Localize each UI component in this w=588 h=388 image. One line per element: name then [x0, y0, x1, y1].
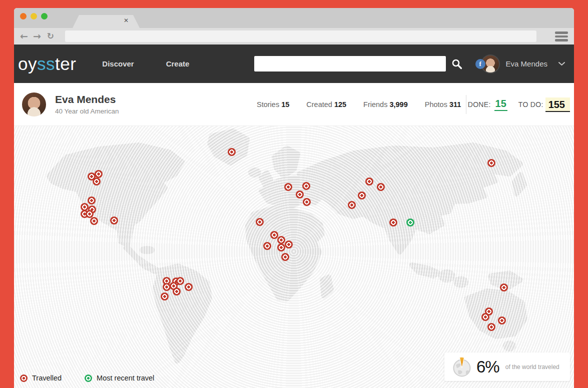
world-travel-map[interactable]: Travelled Most recent travel: [14, 126, 574, 388]
browser-window: ✕ ← → ↻ oysster Discover Create f Eva Me…: [14, 8, 574, 388]
map-marker-travelled[interactable]: [284, 183, 292, 191]
map-marker-travelled[interactable]: [173, 288, 181, 296]
todo-label: TO DO:: [518, 100, 543, 108]
todo-count[interactable]: 155: [545, 98, 570, 112]
app-navbar: oysster Discover Create f Eva Mendes: [14, 44, 574, 83]
world-traveled-percent: 6%: [476, 358, 499, 376]
map-marker-travelled[interactable]: [110, 216, 118, 224]
world-traveled-caption: of the world traveled: [505, 364, 559, 370]
travelled-marker-icon: [20, 374, 28, 382]
map-marker-travelled[interactable]: [176, 277, 184, 285]
stat-friends[interactable]: Friends3,999: [363, 100, 408, 108]
tab-close-icon[interactable]: ✕: [124, 17, 129, 24]
globe-slice-icon: [451, 356, 472, 378]
divider: [466, 95, 466, 114]
map-marker-travelled[interactable]: [389, 218, 397, 226]
map-marker-travelled[interactable]: [93, 178, 101, 186]
map-marker-travelled[interactable]: [263, 242, 271, 250]
legend-label: Travelled: [32, 374, 62, 382]
map-marker-travelled[interactable]: [302, 182, 310, 190]
map-marker-travelled[interactable]: [348, 201, 356, 209]
chevron-down-icon[interactable]: [558, 62, 565, 66]
window-controls: [20, 13, 48, 20]
map-marker-travelled[interactable]: [285, 240, 293, 248]
browser-tab[interactable]: ✕: [73, 15, 140, 28]
done-count[interactable]: 15: [494, 98, 507, 111]
profile-subtitle: 40 Year old American: [55, 108, 119, 115]
map-marker-travelled[interactable]: [90, 217, 98, 225]
map-marker-travelled[interactable]: [500, 284, 508, 292]
reload-button[interactable]: ↻: [47, 32, 54, 40]
map-marker-travelled[interactable]: [296, 190, 304, 198]
forward-button[interactable]: →: [33, 32, 41, 41]
map-marker-travelled[interactable]: [95, 170, 103, 178]
address-bar[interactable]: [65, 30, 536, 42]
map-marker-travelled[interactable]: [185, 283, 193, 291]
map-marker-travelled[interactable]: [270, 231, 278, 239]
map-marker-travelled[interactable]: [365, 178, 373, 186]
map-marker-travelled[interactable]: [228, 148, 236, 156]
done-label: DONE:: [468, 100, 491, 108]
stat-created[interactable]: Created125: [306, 100, 346, 108]
nav-link-discover[interactable]: Discover: [102, 60, 134, 68]
profile-stats: Stories15 Created125 Friends3,999 Photos…: [257, 83, 461, 126]
map-marker-travelled[interactable]: [487, 159, 495, 167]
legend-item-travelled: Travelled: [20, 374, 62, 382]
travel-summary-card: 6% of the world traveled: [444, 352, 570, 381]
user-name: Eva Mendes: [506, 60, 547, 68]
browser-tab-strip: ✕: [14, 8, 574, 28]
map-marker-travelled[interactable]: [377, 183, 385, 191]
map-marker-travelled[interactable]: [88, 196, 96, 204]
close-window-button[interactable]: [20, 13, 27, 20]
map-marker-travelled[interactable]: [487, 323, 495, 331]
map-marker-travelled[interactable]: [277, 236, 285, 244]
map-marker-travelled[interactable]: [256, 218, 264, 226]
map-marker-travelled[interactable]: [281, 253, 289, 261]
minimize-window-button[interactable]: [31, 13, 37, 20]
map-marker-travelled[interactable]: [481, 313, 489, 321]
map-marker-travelled[interactable]: [303, 198, 311, 206]
search-input[interactable]: [254, 56, 446, 72]
profile-name: Eva Mendes: [55, 94, 119, 106]
profile-bar: Eva Mendes 40 Year old American Stories1…: [14, 83, 574, 126]
app-logo[interactable]: oysster: [18, 55, 76, 72]
map-legend: Travelled Most recent travel: [20, 374, 154, 382]
recent-travel-marker-icon: [85, 374, 92, 382]
stat-photos[interactable]: Photos311: [425, 100, 461, 108]
map-marker-travelled[interactable]: [161, 292, 169, 300]
facebook-icon: f: [475, 59, 485, 69]
map-marker-travelled[interactable]: [277, 244, 285, 252]
map-marker-travelled[interactable]: [358, 192, 366, 200]
nav-link-create[interactable]: Create: [166, 60, 190, 68]
maximize-window-button[interactable]: [41, 13, 48, 20]
browser-menu-icon[interactable]: [555, 32, 568, 42]
search-icon[interactable]: [451, 58, 463, 70]
map-marker-recent[interactable]: [406, 218, 414, 226]
legend-label: Most recent travel: [97, 374, 154, 382]
back-button[interactable]: ←: [20, 32, 28, 41]
user-menu[interactable]: f Eva Mendes: [475, 44, 569, 83]
map-marker-travelled[interactable]: [498, 316, 506, 324]
profile-avatar: [22, 92, 46, 116]
browser-toolbar: ← → ↻: [14, 28, 574, 44]
legend-item-recent: Most recent travel: [85, 374, 154, 382]
stat-stories[interactable]: Stories15: [257, 100, 289, 108]
